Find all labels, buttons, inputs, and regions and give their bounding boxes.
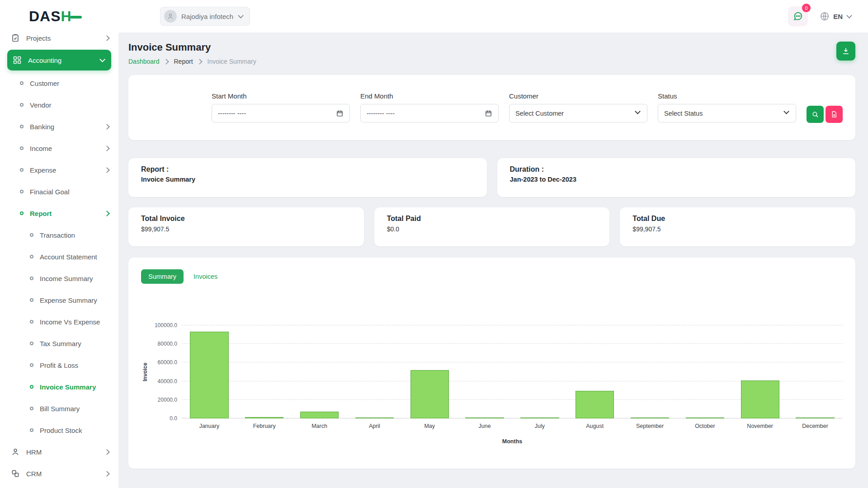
download-button[interactable] — [836, 42, 855, 61]
sidebar-item-hrm[interactable]: HRM — [0, 441, 118, 463]
company-selector[interactable]: Rajodiya infotech — [160, 7, 250, 26]
hrm-icon — [11, 447, 20, 456]
total-paid-card: Total Paid $0.0 — [374, 207, 610, 246]
projects-icon — [11, 33, 20, 42]
app-logo: DASH — [29, 8, 119, 25]
sidebar-item-label: Income — [30, 145, 99, 152]
customer-label: Customer — [509, 92, 647, 100]
bar-february — [245, 417, 283, 418]
user-icon — [167, 13, 174, 20]
x-tick-label: November — [732, 423, 788, 429]
reset-button[interactable] — [826, 106, 843, 123]
breadcrumb: Dashboard Report Invoice Summary — [128, 58, 256, 65]
bullet-icon — [30, 428, 33, 432]
sidebar-item-banking[interactable]: Banking — [0, 116, 118, 137]
bar-slot: August — [567, 325, 623, 418]
breadcrumb-dashboard[interactable]: Dashboard — [128, 58, 160, 65]
sidebar-item-income-summary[interactable]: Income Summary — [0, 267, 118, 289]
bullet-icon — [20, 190, 24, 193]
sidebar-item-income[interactable]: Income — [0, 137, 118, 159]
end-month-field: End Month -------- ---- — [360, 92, 499, 122]
chevron-right-icon — [105, 167, 110, 173]
bar-slot: January — [182, 325, 237, 418]
y-tick-label: 80000.0 — [158, 341, 177, 347]
tab-invoices[interactable]: Invoices — [186, 269, 225, 284]
messages-button[interactable]: 0 — [788, 6, 808, 26]
sidebar-item-report[interactable]: Report — [0, 202, 118, 224]
sidebar-item-accounting[interactable]: Accounting — [7, 50, 111, 70]
y-tick-label: 40000.0 — [158, 378, 177, 385]
y-tick-label: 20000.0 — [158, 397, 177, 403]
bullet-icon — [30, 407, 33, 410]
bullet-icon — [20, 103, 24, 107]
chevron-right-icon — [105, 124, 110, 129]
breadcrumb-report[interactable]: Report — [174, 58, 193, 65]
sidebar: Projects Accounting Customer Vendor Bank… — [0, 33, 118, 488]
sidebar-item-account-statement[interactable]: Account Statement — [0, 246, 118, 267]
language-selector[interactable]: EN — [820, 11, 852, 21]
y-tick-label: 100000.0 — [155, 322, 177, 328]
sidebar-item-label: Expense — [30, 166, 99, 174]
sidebar-item-projects[interactable]: Projects — [0, 33, 118, 49]
duration-value: Jan-2023 to Dec-2023 — [510, 176, 843, 183]
x-tick-label: August — [567, 423, 623, 429]
bar-april — [355, 418, 394, 418]
calendar-icon — [485, 109, 492, 117]
stat-value: $0.0 — [387, 225, 597, 233]
sidebar-item-label: Transaction — [40, 231, 110, 239]
total-invoice-card: Total Invoice $99,907.5 — [128, 207, 364, 246]
y-tick-label: 0.0 — [170, 415, 177, 422]
bar-july — [520, 418, 559, 418]
end-month-value: -------- ---- — [367, 110, 485, 117]
reset-file-icon — [830, 111, 838, 118]
end-month-input[interactable]: -------- ---- — [360, 104, 499, 122]
sidebar-item-financial-goal[interactable]: Finacial Goal — [0, 181, 118, 202]
duration-label: Duration : — [510, 165, 843, 174]
status-label: Status — [658, 92, 796, 100]
sidebar-item-tax-summary[interactable]: Tax Summary — [0, 333, 118, 354]
start-month-input[interactable]: -------- ---- — [212, 104, 350, 122]
sidebar-item-label: Customer — [30, 80, 110, 87]
stat-value: $99,907.5 — [141, 225, 351, 233]
tab-summary[interactable]: Summary — [141, 269, 184, 284]
x-tick-label: December — [788, 423, 843, 429]
start-month-field: Start Month -------- ---- — [212, 92, 350, 122]
x-tick-label: January — [182, 423, 237, 429]
sidebar-item-income-vs-expense[interactable]: Income Vs Expense — [0, 311, 118, 333]
search-button[interactable] — [807, 106, 824, 123]
sidebar-item-profit-loss[interactable]: Profit & Loss — [0, 354, 118, 376]
chat-icon — [793, 11, 803, 21]
bullet-icon — [20, 146, 24, 150]
chevron-right-icon — [105, 449, 110, 455]
total-due-card: Total Due $99,907.5 — [620, 207, 855, 246]
y-axis: 0.020000.040000.060000.080000.0100000.0 — [149, 325, 182, 418]
sidebar-item-label: Banking — [30, 123, 99, 131]
sidebar-item-expense[interactable]: Expense — [0, 159, 118, 181]
calendar-icon — [336, 109, 344, 117]
breadcrumb-current: Invoice Summary — [208, 58, 256, 65]
sidebar-item-invoice-summary[interactable]: Invoice Summary — [0, 376, 118, 398]
status-select[interactable]: Select Status — [658, 104, 796, 122]
customer-select[interactable]: Select Customer — [509, 104, 647, 122]
bullet-icon — [30, 385, 33, 389]
sidebar-item-transaction[interactable]: Transaction — [0, 224, 118, 246]
bullet-icon — [20, 81, 24, 85]
page-title: Invoice Summary — [128, 42, 256, 53]
sidebar-item-label: Vendor — [30, 101, 110, 109]
bullet-icon — [30, 363, 33, 367]
sidebar-item-bill-summary[interactable]: Bill Summary — [0, 398, 118, 419]
stat-label: Total Due — [632, 215, 843, 223]
bar-september — [631, 418, 669, 418]
sidebar-item-expense-summary[interactable]: Expense Summary — [0, 289, 118, 311]
bar-october — [686, 418, 724, 418]
download-icon — [841, 47, 850, 56]
chevron-right-icon — [164, 59, 170, 64]
sidebar-item-label: Income Vs Expense — [40, 318, 110, 326]
sidebar-item-customer[interactable]: Customer — [0, 72, 118, 94]
sidebar-item-crm[interactable]: CRM — [0, 463, 118, 484]
bar-june — [465, 418, 504, 418]
bar-slot: July — [512, 325, 567, 418]
bullet-icon — [30, 233, 33, 237]
sidebar-item-vendor[interactable]: Vendor — [0, 94, 118, 116]
sidebar-item-product-stock[interactable]: Product Stock — [0, 419, 118, 441]
